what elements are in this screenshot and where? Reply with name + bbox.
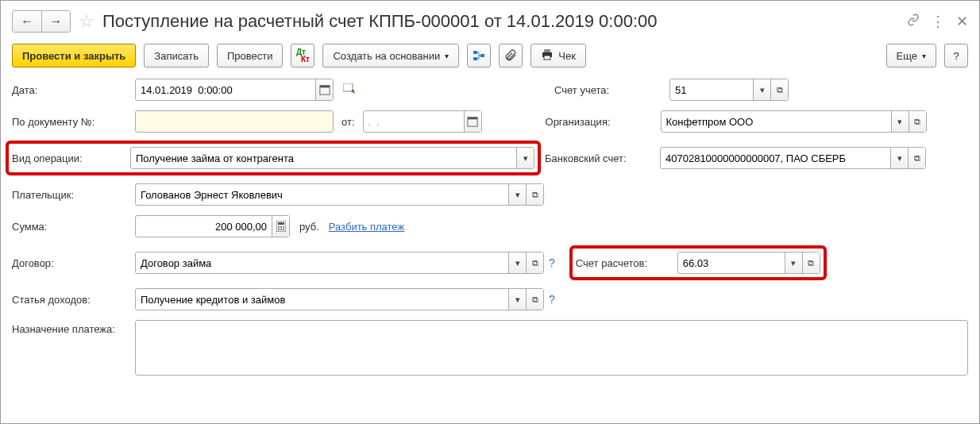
svg-rect-12 — [278, 222, 284, 225]
link-icon[interactable] — [907, 13, 920, 30]
back-button[interactable]: ← — [13, 11, 41, 32]
sum-input[interactable] — [136, 216, 272, 237]
purpose-label: Назначение платежа: — [12, 320, 135, 335]
chevron-down-icon: ▾ — [922, 52, 926, 60]
bankacc-input[interactable] — [661, 148, 890, 168]
svg-rect-0 — [473, 51, 477, 54]
svg-point-16 — [278, 229, 280, 230]
account-field: ▾ ⧉ — [669, 79, 789, 101]
calendar-icon[interactable] — [464, 111, 481, 132]
contract-label: Договор: — [12, 257, 135, 269]
bankacc-open-icon[interactable]: ⧉ — [908, 148, 925, 168]
payer-label: Плательщик: — [12, 189, 135, 201]
bankacc-label: Банковский счет: — [545, 152, 660, 164]
calcacc-field: ▾ ⧉ — [677, 252, 820, 274]
income-field: ▾ ⧉ — [135, 288, 544, 310]
save-button[interactable]: Записать — [144, 44, 209, 67]
account-label: Счет учета: — [554, 84, 669, 96]
account-open-icon[interactable]: ⧉ — [770, 79, 788, 100]
date-label: Дата: — [12, 84, 135, 96]
from-label: от: — [341, 116, 355, 128]
submit-close-button[interactable]: Провести и закрыть — [12, 44, 136, 67]
help-icon[interactable]: ? — [549, 256, 555, 269]
forward-button[interactable]: → — [41, 11, 70, 32]
docfrom-input[interactable] — [364, 111, 464, 132]
document-window: ← → ☆ Поступление на расчетный счет КППБ… — [0, 0, 980, 424]
payer-dropdown[interactable]: ▾ — [508, 184, 526, 205]
optype-label: Вид операции: — [12, 152, 130, 164]
structure-button[interactable] — [467, 44, 491, 67]
attachment-button[interactable] — [499, 44, 523, 67]
bankacc-dropdown[interactable]: ▾ — [890, 148, 908, 168]
sum-label: Сумма: — [12, 221, 135, 233]
cheque-label: Чек — [558, 50, 576, 62]
income-open-icon[interactable]: ⧉ — [526, 289, 543, 310]
date-input[interactable] — [136, 79, 315, 100]
contract-open-icon[interactable]: ⧉ — [526, 252, 543, 273]
document-title: Поступление на расчетный счет КППБ-00000… — [102, 11, 907, 32]
create-based-button[interactable]: Создать на основании ▾ — [322, 44, 459, 67]
payer-open-icon[interactable]: ⧉ — [526, 184, 543, 205]
income-dropdown[interactable]: ▾ — [508, 289, 526, 310]
bankacc-field: ▾ ⧉ — [660, 147, 926, 169]
note-icon[interactable] — [343, 83, 356, 97]
split-payment-link[interactable]: Разбить платеж — [329, 221, 404, 233]
cheque-button[interactable]: Чек — [531, 44, 586, 67]
payer-input[interactable] — [136, 184, 508, 205]
svg-rect-5 — [544, 56, 550, 60]
org-open-icon[interactable]: ⧉ — [909, 111, 926, 132]
svg-point-14 — [280, 226, 282, 228]
org-field: ▾ ⧉ — [661, 110, 927, 133]
dtkt-button[interactable]: ДтКт — [291, 44, 314, 67]
svg-rect-7 — [319, 86, 329, 88]
svg-point-13 — [278, 226, 280, 228]
create-based-label: Создать на основании — [333, 50, 440, 62]
org-input[interactable] — [662, 111, 891, 132]
income-input[interactable] — [136, 289, 508, 310]
svg-point-17 — [280, 229, 282, 230]
org-dropdown[interactable]: ▾ — [891, 111, 909, 132]
calcacc-input[interactable] — [678, 252, 785, 273]
nav-buttons: ← → — [12, 10, 71, 33]
calculator-icon[interactable] — [272, 216, 289, 237]
help-button[interactable]: ? — [944, 44, 968, 67]
date-field — [135, 79, 334, 101]
contract-input[interactable] — [136, 252, 508, 273]
contract-dropdown[interactable]: ▾ — [508, 252, 526, 273]
structure-icon — [473, 49, 485, 62]
purpose-textarea[interactable] — [135, 320, 968, 376]
optype-highlight: Вид операции: ▾ — [7, 142, 539, 174]
kebab-icon[interactable]: ⋮ — [931, 13, 945, 30]
account-dropdown[interactable]: ▾ — [753, 79, 770, 100]
payer-field: ▾ ⧉ — [135, 183, 544, 206]
more-button[interactable]: Еще ▾ — [886, 44, 936, 67]
favorite-icon[interactable]: ☆ — [79, 11, 95, 32]
contract-field: ▾ ⧉ — [135, 252, 544, 274]
svg-rect-2 — [480, 54, 484, 57]
submit-button[interactable]: Провести — [217, 44, 284, 67]
svg-point-18 — [283, 229, 284, 230]
close-icon[interactable]: ✕ — [956, 13, 968, 30]
svg-rect-1 — [473, 57, 477, 60]
calcacc-open-icon[interactable]: ⧉ — [802, 252, 820, 273]
account-input[interactable] — [670, 79, 753, 100]
optype-field: ▾ — [130, 147, 534, 169]
toolbar: Провести и закрыть Записать Провести ДтК… — [12, 44, 968, 67]
calendar-icon[interactable] — [315, 79, 333, 100]
calcacc-dropdown[interactable]: ▾ — [785, 252, 802, 273]
optype-dropdown[interactable]: ▾ — [516, 148, 534, 168]
docno-input[interactable] — [136, 111, 333, 132]
org-label: Организация: — [546, 116, 661, 128]
docno-field — [135, 110, 334, 133]
svg-rect-8 — [343, 83, 353, 91]
bydoc-label: По документу №: — [12, 116, 135, 128]
paperclip-icon — [504, 49, 517, 62]
help-icon[interactable]: ? — [549, 293, 555, 306]
dtkt-icon: ДтКт — [296, 48, 310, 63]
calcacc-label: Счет расчетов: — [576, 257, 677, 269]
calcacc-highlight: Счет расчетов: ▾ ⧉ — [571, 247, 825, 279]
svg-point-15 — [283, 226, 284, 228]
titlebar: ← → ☆ Поступление на расчетный счет КППБ… — [12, 7, 968, 36]
optype-input[interactable] — [131, 148, 516, 168]
form: Дата: Счет учета: ▾ ⧉ По докуме — [12, 79, 968, 376]
